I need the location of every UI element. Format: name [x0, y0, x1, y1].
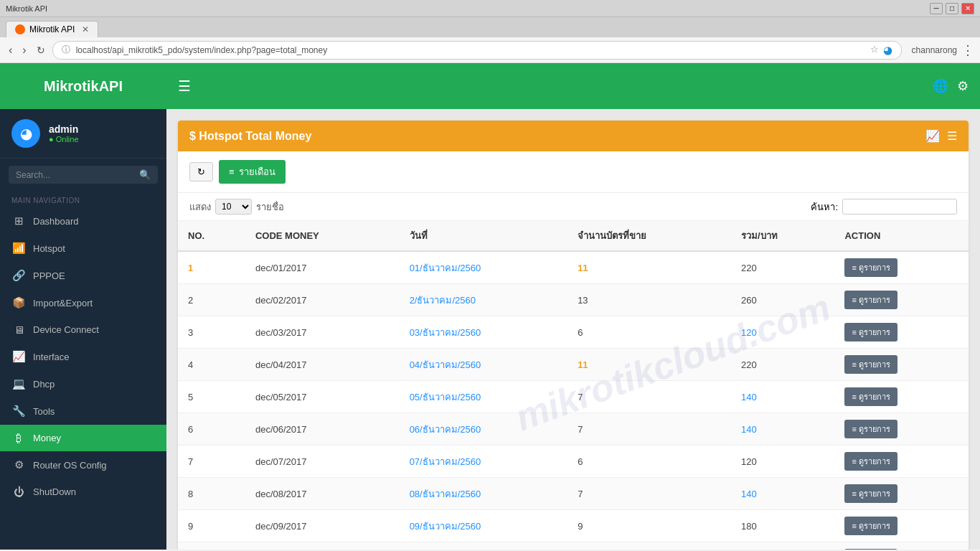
col-header: NO.	[178, 221, 245, 251]
window-title: Mikrotik API	[6, 4, 47, 13]
nav-label-pppoe: PPPOE	[33, 270, 65, 281]
address-bar[interactable]: ⓘ localhost/api_mikrotik5_pdo/system/ind…	[52, 41, 902, 60]
cell-count: 6	[567, 316, 731, 349]
cell-no: 5	[178, 381, 245, 413]
cell-total: 140	[731, 478, 834, 510]
cell-count: 6	[567, 446, 731, 478]
sidebar-header: MikrotikAPI	[0, 63, 166, 109]
show-entries: แสดง 10 25 50 100 รายชื่อ	[189, 199, 284, 215]
window-controls: ─ □ ✕	[930, 3, 974, 14]
cell-date: 06/ธันวาคม/2560	[400, 413, 567, 446]
sidebar-item-tools[interactable]: 🔧Tools	[0, 397, 166, 425]
cell-date: 09/ธันวาคม/2560	[400, 510, 567, 542]
detail-button[interactable]: ≡ ดูรายการ	[844, 517, 897, 535]
page-card: $ Hotspot Total Money 📈 ☰ ↻ ≡ รายเดือน	[178, 121, 969, 550]
cell-count: 13	[567, 284, 731, 316]
cell-code: dec/09/2017	[245, 510, 400, 542]
nav-label-device-connect: Device Connect	[33, 324, 99, 335]
cell-count: 11	[567, 251, 731, 284]
hamburger-icon[interactable]: ☰	[178, 77, 191, 95]
search-input[interactable]	[16, 170, 135, 180]
nav-items: ⊞Dashboard📶Hotspot🔗PPPOE📦Import&Export🖥D…	[0, 207, 166, 505]
sidebar-item-router-os-config[interactable]: ⚙Router OS Config	[0, 451, 166, 479]
cell-code: dec/08/2017	[245, 478, 400, 510]
tab-title: Mikrotik API	[29, 24, 75, 34]
sidebar-item-shutdown[interactable]: ⏻ShutDown	[0, 479, 166, 505]
extension-icon[interactable]: ◕	[883, 44, 892, 57]
search-field[interactable]	[842, 199, 957, 215]
nav-section-label: MAIN NAVIGATION	[0, 191, 166, 207]
url-end-icons: ☆ ◕	[870, 44, 892, 57]
detail-button[interactable]: ≡ ดูรายการ	[844, 387, 897, 406]
globe-icon[interactable]: 🌐	[933, 78, 948, 94]
entries-select[interactable]: 10 25 50 100	[215, 199, 252, 215]
cell-count: 7	[567, 478, 731, 510]
active-tab[interactable]: Mikrotik API ✕	[6, 21, 98, 37]
sidebar-item-hotspot[interactable]: 📶Hotspot	[0, 235, 166, 262]
card-header: $ Hotspot Total Money 📈 ☰	[178, 121, 969, 151]
nav-label-import-export: Import&Export	[33, 298, 93, 309]
detail-button[interactable]: ≡ ดูรายการ	[844, 420, 897, 438]
cell-action: ≡ ดูรายการ	[834, 542, 969, 550]
browser-refresh-button[interactable]: ↻	[34, 43, 48, 57]
nav-icon-shutdown: ⏻	[11, 486, 26, 498]
cell-count: 7	[567, 381, 731, 413]
nav-label-money: Money	[33, 433, 61, 443]
list-icon[interactable]: ☰	[947, 129, 957, 143]
tab-close-button[interactable]: ✕	[82, 24, 89, 34]
sidebar-item-device-connect[interactable]: 🖥Device Connect	[0, 316, 166, 343]
nav-label-shutdown: ShutDown	[33, 486, 76, 497]
sidebar-item-money[interactable]: ₿Money	[0, 425, 166, 451]
browser-user: channarong	[912, 45, 957, 55]
sidebar-item-import-export[interactable]: 📦Import&Export	[0, 289, 166, 316]
nav-icon-money: ₿	[11, 432, 26, 444]
table-row: 1dec/01/201701/ธันวาคม/256011220≡ ดูรายก…	[178, 251, 969, 284]
table-row: 10dec/10/201710/ธันวาคม/256013260≡ ดูราย…	[178, 542, 969, 550]
cell-total: 260	[731, 542, 834, 550]
detail-button[interactable]: ≡ ดูรายการ	[844, 549, 897, 550]
detail-button[interactable]: ≡ ดูรายการ	[844, 355, 897, 374]
cell-code: dec/10/2017	[245, 542, 400, 550]
minimize-button[interactable]: ─	[930, 3, 943, 14]
search-box[interactable]: 🔍	[9, 166, 158, 184]
col-header: ACTION	[834, 221, 969, 251]
cell-action: ≡ ดูรายการ	[834, 446, 969, 478]
cell-code: dec/07/2017	[245, 446, 400, 478]
nav-label-hotspot: Hotspot	[33, 243, 65, 254]
detail-button[interactable]: ≡ ดูรายการ	[844, 484, 897, 503]
card-header-icons: 📈 ☰	[925, 129, 957, 143]
monthly-icon: ≡	[229, 166, 235, 177]
sidebar-item-dhcp[interactable]: 💻Dhcp	[0, 370, 166, 397]
forward-button[interactable]: ›	[19, 42, 29, 58]
sidebar-item-pppoe[interactable]: 🔗PPPOE	[0, 262, 166, 289]
cell-count: 9	[567, 510, 731, 542]
back-button[interactable]: ‹	[6, 42, 15, 58]
chart-icon[interactable]: 📈	[925, 129, 940, 143]
detail-button[interactable]: ≡ ดูรายการ	[844, 323, 897, 342]
monthly-button[interactable]: ≡ รายเดือน	[219, 160, 286, 184]
detail-button[interactable]: ≡ ดูรายการ	[844, 291, 897, 309]
sidebar-item-dashboard[interactable]: ⊞Dashboard	[0, 207, 166, 235]
nav-label-dhcp: Dhcp	[33, 379, 55, 390]
detail-button[interactable]: ≡ ดูรายการ	[844, 452, 897, 471]
sidebar-user: ◕ admin Online	[0, 109, 166, 159]
main-content: ☰ 🌐 ⚙ $ Hotspot Total Money 📈 ☰	[166, 63, 980, 550]
card-toolbar: ↻ ≡ รายเดือน	[178, 151, 969, 193]
nav-label-dashboard: Dashboard	[33, 216, 79, 227]
bookmark-icon[interactable]: ☆	[870, 44, 879, 57]
table-row: 3dec/03/201703/ธันวาคม/25606120≡ ดูรายกา…	[178, 316, 969, 349]
browser-settings-icon[interactable]: ⋮	[961, 42, 974, 58]
maximize-button[interactable]: □	[946, 3, 958, 14]
table-row: 7dec/07/201707/ธันวาคม/25606120≡ ดูรายกา…	[178, 446, 969, 478]
detail-button[interactable]: ≡ ดูรายการ	[844, 258, 897, 277]
close-button[interactable]: ✕	[961, 3, 974, 14]
nav-icon-import-export: 📦	[11, 296, 26, 309]
cell-action: ≡ ดูรายการ	[834, 284, 969, 316]
cell-count: 13	[567, 542, 731, 550]
cell-no: 6	[178, 413, 245, 446]
nav-label-tools: Tools	[33, 406, 55, 417]
settings-icon[interactable]: ⚙	[957, 78, 969, 94]
sidebar-item-interface[interactable]: 📈Interface	[0, 343, 166, 370]
nav-icon-dashboard: ⊞	[11, 215, 26, 227]
refresh-button[interactable]: ↻	[189, 162, 213, 182]
